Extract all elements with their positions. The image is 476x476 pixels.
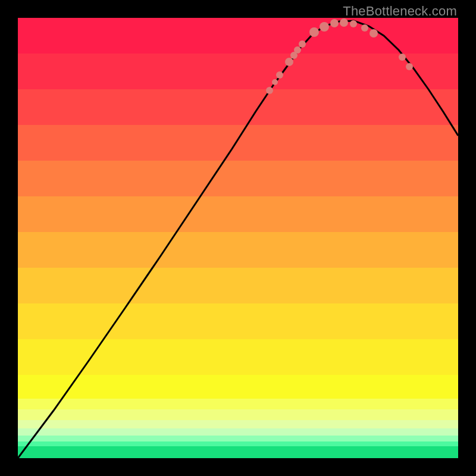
data-dot	[276, 71, 283, 79]
data-dot	[285, 58, 293, 66]
data-dots-group	[266, 18, 413, 94]
data-dot	[399, 54, 406, 61]
data-dot	[294, 46, 301, 54]
data-dot	[406, 63, 413, 70]
data-dot	[340, 18, 348, 27]
data-dot	[266, 87, 273, 94]
curve-line	[18, 21, 458, 458]
bottleneck-curve	[18, 18, 458, 458]
data-dot	[309, 27, 319, 37]
data-dot	[320, 22, 329, 32]
data-dot	[330, 19, 339, 27]
watermark-text: TheBottleneck.com	[343, 4, 457, 19]
data-dot	[350, 20, 357, 27]
data-dot	[369, 29, 378, 37]
data-dot	[299, 40, 306, 48]
data-dot	[361, 24, 368, 32]
chart-plot-area	[18, 18, 458, 458]
data-dot	[272, 79, 278, 85]
